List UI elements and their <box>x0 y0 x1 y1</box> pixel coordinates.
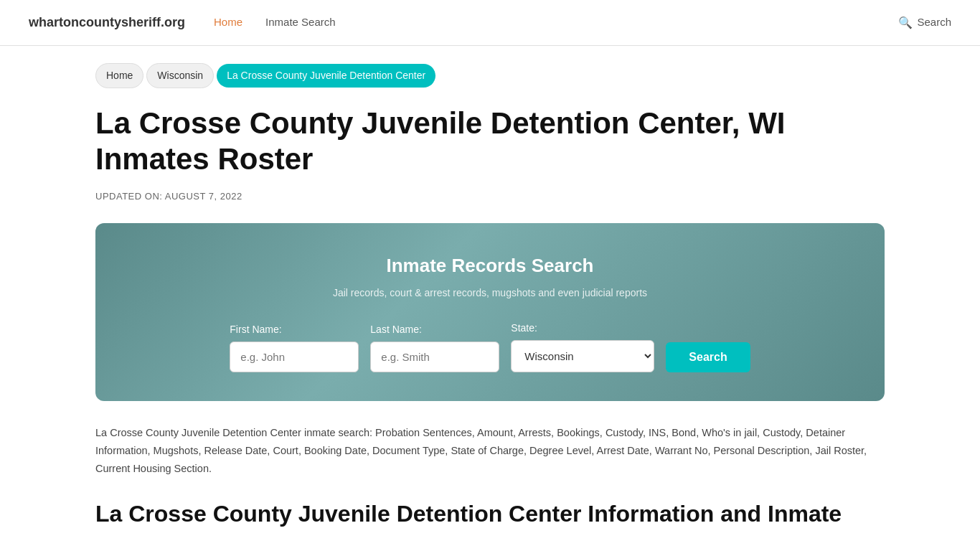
last-name-label: Last Name: <box>370 322 499 337</box>
search-box-subtitle: Jail records, court & arrest records, mu… <box>138 286 842 301</box>
state-label: State: <box>511 321 654 336</box>
section-heading: La Crosse County Juvenile Detention Cent… <box>95 500 885 527</box>
first-name-label: First Name: <box>230 322 359 337</box>
search-box-title: Inmate Records Search <box>138 252 842 280</box>
nav-home-link[interactable]: Home <box>214 14 242 31</box>
main-content: Home Wisconsin La Crosse County Juvenile… <box>67 46 913 551</box>
navbar-brand[interactable]: whartoncountysheriff.org <box>29 13 185 32</box>
state-group: State: AlabamaAlaskaArizonaArkansasCalif… <box>511 321 654 372</box>
first-name-input[interactable] <box>230 342 359 372</box>
description-text: La Crosse County Juvenile Detention Cent… <box>95 424 885 477</box>
navbar: whartoncountysheriff.org Home Inmate Sea… <box>0 0 980 46</box>
last-name-group: Last Name: <box>370 322 499 372</box>
breadcrumb-current[interactable]: La Crosse County Juvenile Detention Cent… <box>217 64 435 88</box>
state-select[interactable]: AlabamaAlaskaArizonaArkansasCaliforniaCo… <box>511 340 654 372</box>
nav-inmate-search-link[interactable]: Inmate Search <box>265 14 336 31</box>
updated-on: UPDATED ON: AUGUST 7, 2022 <box>95 189 885 204</box>
last-name-input[interactable] <box>370 342 499 372</box>
breadcrumb-wisconsin[interactable]: Wisconsin <box>146 63 214 88</box>
breadcrumb-home[interactable]: Home <box>95 63 143 88</box>
nav-search-label: Search <box>917 14 951 31</box>
breadcrumb: Home Wisconsin La Crosse County Juvenile… <box>95 63 885 88</box>
inmate-search-box: Inmate Records Search Jail records, cour… <box>95 223 885 401</box>
search-icon: 🔍 <box>898 14 913 32</box>
nav-search-button[interactable]: 🔍 Search <box>898 14 951 32</box>
first-name-group: First Name: <box>230 322 359 372</box>
page-title: La Crosse County Juvenile Detention Cent… <box>95 105 885 178</box>
search-form: First Name: Last Name: State: AlabamaAla… <box>138 321 842 372</box>
nav-links: Home Inmate Search <box>214 14 898 31</box>
search-button[interactable]: Search <box>666 342 750 372</box>
